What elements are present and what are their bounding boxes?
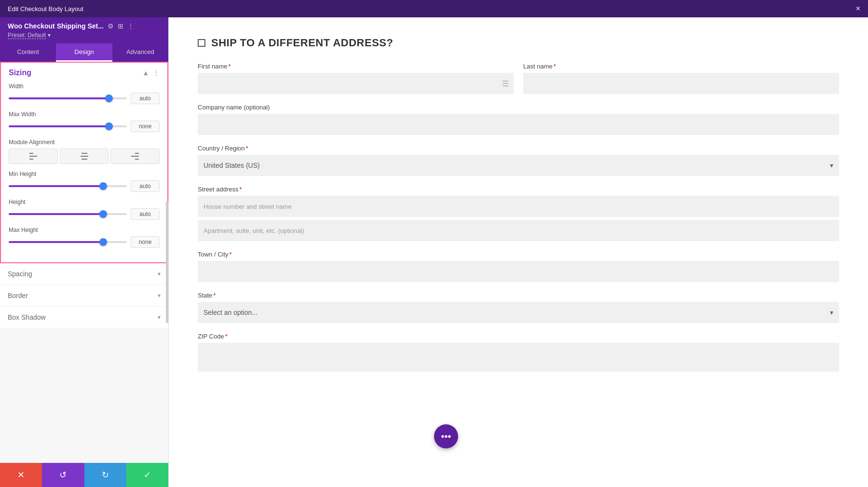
- max-height-value-input[interactable]: none: [131, 236, 160, 248]
- sidebar-header: Woo Checkout Shipping Set... ⚙ ⊞ ⋮ Prese…: [0, 17, 168, 43]
- street-address-input-2[interactable]: Apartment, suite, unit, etc. (optional): [198, 220, 839, 241]
- street-address-group: Street address* House number and street …: [198, 186, 839, 241]
- align-center-btn[interactable]: [60, 149, 109, 164]
- height-label: Height: [9, 199, 160, 205]
- state-label: State*: [198, 292, 839, 299]
- tab-advanced[interactable]: Advanced: [112, 43, 168, 62]
- tab-content[interactable]: Content: [0, 43, 56, 62]
- width-slider-row: auto: [9, 93, 160, 104]
- width-slider-track[interactable]: [9, 97, 127, 99]
- border-section: Border ▾: [0, 285, 168, 307]
- country-region-select[interactable]: United States (US): [198, 155, 839, 176]
- border-title: Border: [8, 292, 28, 299]
- ship-to-different-checkbox[interactable]: [198, 39, 205, 47]
- first-name-list-icon: ☰: [502, 79, 509, 88]
- max-width-slider-row: none: [9, 121, 160, 132]
- module-name-row: Woo Checkout Shipping Set... ⚙ ⊞ ⋮: [8, 22, 161, 30]
- cancel-icon: ✕: [17, 470, 25, 480]
- save-icon: ✓: [144, 470, 151, 480]
- bottom-toolbar: ✕ ↺ ↻ ✓: [0, 463, 168, 487]
- height-slider-track[interactable]: [9, 213, 127, 215]
- max-width-value-input[interactable]: none: [131, 121, 160, 132]
- module-settings-icon[interactable]: ⚙: [108, 22, 114, 30]
- box-shadow-chevron-icon: ▾: [158, 314, 161, 321]
- town-city-label: Town / City*: [198, 251, 839, 258]
- module-columns-icon[interactable]: ⊞: [118, 22, 123, 30]
- main-content: SHIP TO A DIFFERENT ADDRESS? First name*…: [169, 17, 868, 487]
- width-value-input[interactable]: auto: [131, 93, 160, 104]
- height-slider-row: auto: [9, 208, 160, 220]
- close-button[interactable]: ×: [856, 4, 860, 13]
- last-name-input[interactable]: [523, 73, 839, 94]
- first-name-input[interactable]: ☰: [198, 73, 514, 94]
- max-width-label: Max Width: [9, 111, 160, 118]
- company-name-group: Company name (optional): [198, 104, 839, 135]
- min-height-value-input[interactable]: auto: [131, 180, 160, 192]
- company-name-input[interactable]: [198, 114, 839, 135]
- sidebar-scrollbar-thumb[interactable]: [166, 201, 168, 323]
- fab-dots-icon: •••: [441, 431, 451, 442]
- sizing-menu-btn[interactable]: ⋮: [153, 69, 160, 77]
- state-select-wrapper: Select an option... ▾: [198, 302, 839, 323]
- max-height-slider-row: none: [9, 236, 160, 248]
- fab-more-options[interactable]: •••: [434, 424, 458, 448]
- state-select[interactable]: Select an option...: [198, 302, 839, 323]
- title-bar-text: Edit Checkout Body Layout: [8, 5, 83, 13]
- country-region-select-wrapper: United States (US) ▾: [198, 155, 839, 176]
- height-row: Height auto: [9, 199, 160, 220]
- module-more-icon[interactable]: ⋮: [127, 22, 134, 30]
- alignment-buttons: [9, 149, 160, 164]
- zip-code-label: ZIP Code*: [198, 333, 839, 340]
- sidebar-tabs: Content Design Advanced: [0, 43, 168, 62]
- sizing-section: Sizing ▲ ⋮ Width: [0, 62, 168, 263]
- sidebar: Woo Checkout Shipping Set... ⚙ ⊞ ⋮ Prese…: [0, 17, 169, 487]
- sidebar-content: Sizing ▲ ⋮ Width: [0, 62, 168, 463]
- height-value-input[interactable]: auto: [131, 208, 160, 220]
- sizing-header-icons: ▲ ⋮: [142, 69, 160, 77]
- preset-text: Preset: Default: [8, 32, 46, 39]
- min-height-slider-row: auto: [9, 180, 160, 192]
- module-alignment-label: Module Alignment: [9, 139, 160, 146]
- border-chevron-icon: ▾: [158, 292, 161, 299]
- width-label: Width: [9, 83, 160, 90]
- align-right-btn[interactable]: [110, 149, 160, 164]
- sizing-title: Sizing: [9, 68, 31, 77]
- align-left-btn[interactable]: [9, 149, 58, 164]
- town-city-input[interactable]: [198, 261, 839, 282]
- sizing-collapse-btn[interactable]: ▲: [142, 69, 149, 77]
- spacing-title: Spacing: [8, 270, 32, 278]
- spacing-section-toggle[interactable]: Spacing ▾: [0, 263, 168, 284]
- max-height-label: Max Height: [9, 227, 160, 233]
- redo-button[interactable]: ↻: [84, 463, 126, 487]
- spacing-section: Spacing ▾: [0, 263, 168, 285]
- title-bar: Edit Checkout Body Layout ×: [0, 0, 868, 17]
- max-height-slider-track[interactable]: [9, 241, 127, 243]
- module-alignment-row: Module Alignment: [9, 139, 160, 164]
- town-city-group: Town / City*: [198, 251, 839, 282]
- border-section-toggle[interactable]: Border ▾: [0, 285, 168, 306]
- street-address-input-1[interactable]: House number and street name: [198, 196, 839, 217]
- max-height-row: Max Height none: [9, 227, 160, 248]
- preset-selector[interactable]: Preset: Default ▾: [8, 32, 161, 39]
- main-layout: Woo Checkout Shipping Set... ⚙ ⊞ ⋮ Prese…: [0, 17, 868, 487]
- company-name-label: Company name (optional): [198, 104, 839, 111]
- box-shadow-title: Box Shadow: [8, 313, 46, 321]
- box-shadow-section: Box Shadow ▾: [0, 307, 168, 328]
- min-height-label: Min Height: [9, 171, 160, 177]
- country-region-label: Country / Region*: [198, 145, 839, 152]
- undo-button[interactable]: ↺: [42, 463, 84, 487]
- min-height-slider-track[interactable]: [9, 185, 127, 187]
- country-region-group: Country / Region* United States (US) ▾: [198, 145, 839, 176]
- box-shadow-section-toggle[interactable]: Box Shadow ▾: [0, 307, 168, 328]
- zip-code-group: ZIP Code*: [198, 333, 839, 372]
- max-width-row: Max Width none: [9, 111, 160, 132]
- tab-design[interactable]: Design: [56, 43, 112, 62]
- min-height-row: Min Height auto: [9, 171, 160, 192]
- zip-code-input[interactable]: [198, 343, 839, 372]
- cancel-button[interactable]: ✕: [0, 463, 42, 487]
- redo-icon: ↻: [102, 470, 109, 480]
- save-button[interactable]: ✓: [126, 463, 168, 487]
- sizing-header: Sizing ▲ ⋮: [1, 63, 167, 83]
- max-width-slider-track[interactable]: [9, 125, 127, 127]
- first-name-label: First name*: [198, 63, 514, 70]
